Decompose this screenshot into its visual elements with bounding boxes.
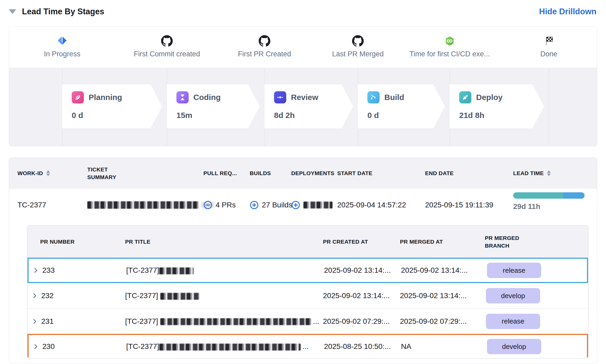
hide-drilldown-link[interactable]: Hide Drilldown (539, 7, 596, 16)
builds-cell[interactable]: 27 Builds (250, 201, 292, 210)
milestone-label: Last PR Merged (332, 50, 384, 58)
work-item-row[interactable]: TC-2377 4 PRs 27 Builds 2025-09-04 14:57… (9, 189, 597, 221)
milestone-done: Done (504, 27, 594, 58)
pr-title: [TC-2377] ... (125, 317, 319, 326)
column-header-pr-number: PR NUMBER (40, 238, 75, 245)
branch-badge: develop (486, 288, 540, 303)
pr-row-232[interactable]: 232 [TC-2377] 2025-09-02 13:14:... 2025-… (28, 283, 588, 308)
pr-merged-at: 2025-09-02 13:14:... (401, 266, 468, 275)
milestone-in-progress: In Progress (17, 27, 107, 58)
pr-created-at: 2025-08-25 10:50:... (324, 342, 391, 351)
pr-row-231[interactable]: 231 [TC-2377] ... 2025-09-02 07:29:... 2… (28, 308, 588, 334)
lead-bar-segment-blue (563, 192, 585, 199)
end-date-cell: 2025-09-15 19:11:39 (425, 201, 493, 209)
work-items-table: WORK-ID TICKET SUMMARY PULL REQ... BUILD… (9, 157, 597, 363)
redacted-text (87, 201, 198, 209)
stages-panel: In Progress First Commit created First P… (9, 26, 597, 146)
lead-time-value: 29d 11h (513, 202, 585, 211)
pr-title: [TC-2377] ... (126, 342, 309, 351)
pr-number: 233 (42, 266, 55, 275)
stage-card-planning: Planning 0 d (62, 84, 162, 128)
stage-duration: 21d 8h (459, 111, 544, 120)
pr-row-230[interactable]: 230 [TC-2377] ... 2025-08-25 10:50:... N… (28, 334, 588, 359)
jira-status-icon (57, 35, 67, 47)
redacted-text (159, 267, 194, 274)
pr-merged-at: 2025-09-02 07:29:... (400, 317, 467, 326)
checkered-flag-icon (544, 35, 554, 47)
stage-name: Deploy (476, 93, 503, 102)
stage-card-review: Review 8d 2h (265, 84, 353, 128)
pr-number: 231 (41, 317, 54, 326)
lead-bar-segment-teal (513, 192, 563, 199)
column-header-pr-merged: PR MERGED AT (400, 238, 443, 245)
stage-name: Build (384, 93, 404, 102)
sort-icon[interactable] (46, 170, 50, 176)
milestones-row: In Progress First Commit created First P… (9, 27, 597, 68)
github-icon (161, 35, 173, 47)
pr-title-prefix: [TC-2377] (126, 266, 159, 274)
branch-badge: develop (487, 339, 541, 354)
pr-title-ellipsis: ... (303, 342, 309, 351)
ticket-summary-cell (87, 201, 214, 209)
deployments-cell[interactable] (291, 201, 332, 210)
chevron-right-icon[interactable] (32, 267, 39, 274)
milestone-label: Time for first CI/CD exe... (409, 50, 490, 58)
stage-name: Coding (193, 93, 221, 102)
page-title: Lead Time By Stages (22, 7, 104, 16)
pr-table: PR NUMBER PR TITLE PR CREATED AT PR MERG… (27, 225, 589, 359)
collapse-triangle-icon[interactable] (9, 9, 16, 14)
pr-title-prefix: [TC-2377] (125, 292, 158, 300)
milestone-last-pr-merged: Last PR Merged (313, 27, 403, 58)
start-date-cell: 2025-09-04 14:57:22 (337, 201, 406, 209)
chevron-right-icon[interactable] (31, 292, 38, 299)
milestone-cicd: Time for first CI/CD exe... (405, 27, 495, 58)
cicd-infinity-icon (444, 35, 455, 47)
plus-circle-icon (291, 201, 300, 210)
chevron-right-icon[interactable] (32, 343, 39, 350)
pr-table-header: PR NUMBER PR TITLE PR CREATED AT PR MERG… (28, 226, 588, 258)
stage-card-build: Build 0 d (358, 84, 445, 128)
title-group: Lead Time By Stages (9, 7, 104, 16)
branch-badge: release (486, 314, 540, 329)
github-icon (259, 35, 270, 47)
pr-row-233[interactable]: 233 [TC-2377] 2025-09-02 13:14:... 2025-… (28, 258, 588, 283)
milestone-label: Done (540, 50, 558, 58)
pr-merged-at: NA (401, 342, 411, 351)
branch-badge: release (487, 263, 541, 278)
pull-requests-count: 4 PRs (216, 201, 236, 209)
hourglass-icon (176, 91, 189, 103)
stage-name: Planning (89, 93, 122, 102)
pr-title-ellipsis: ... (313, 317, 319, 325)
milestone-label: In Progress (44, 50, 80, 58)
pr-title: [TC-2377] (126, 266, 194, 275)
column-header-pull-requests: PULL REQ... (203, 169, 237, 177)
minus-circle-icon (203, 201, 212, 210)
commit-icon (274, 91, 286, 103)
stage-duration: 15m (176, 111, 260, 120)
work-table-header: WORK-ID TICKET SUMMARY PULL REQ... BUILD… (9, 158, 597, 189)
lead-time-drilldown-page: Lead Time By Stages Hide Drilldown In Pr… (0, 0, 606, 364)
milestone-label: First PR Created (238, 50, 291, 58)
chevron-right-icon[interactable] (31, 318, 38, 325)
stage-duration: 0 d (367, 111, 445, 120)
column-header-pr-title: PR TITLE (125, 238, 151, 245)
pr-created-at: 2025-09-02 13:14:... (323, 292, 390, 300)
pipeline-icon (367, 91, 380, 103)
milestone-first-pr: First PR Created (220, 27, 309, 58)
column-header-end-date: END DATE (425, 169, 454, 177)
column-label: WORK-ID (17, 169, 43, 177)
planning-icon (72, 91, 84, 103)
plus-circle-icon (250, 201, 259, 210)
column-header-lead-time: LEAD TIME (513, 169, 551, 177)
pr-merged-at: 2025-09-02 13:14:... (400, 292, 467, 300)
pr-number: 230 (42, 342, 55, 351)
column-header-pr-created: PR CREATED AT (323, 238, 368, 245)
github-icon (352, 35, 364, 47)
rocket-icon (459, 91, 471, 103)
sort-icon[interactable] (547, 170, 551, 176)
pr-created-at: 2025-09-02 13:14:... (324, 266, 391, 275)
column-label: LEAD TIME (513, 169, 544, 177)
pull-requests-cell[interactable]: 4 PRs (203, 201, 236, 210)
column-header-work-id: WORK-ID (17, 169, 50, 177)
work-id-cell: TC-2377 (17, 201, 46, 209)
